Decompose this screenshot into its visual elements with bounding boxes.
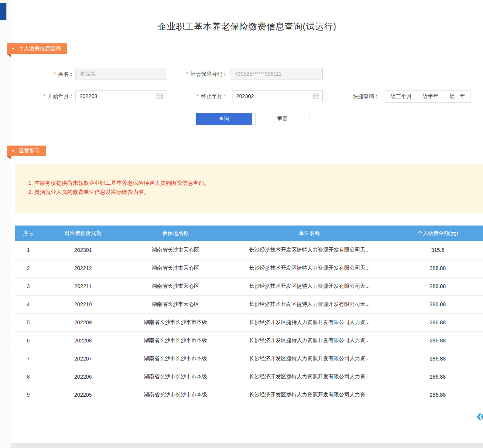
table-cell: 202212 [42, 259, 125, 277]
table-cell: 5 [15, 313, 42, 331]
start-month-label: *开始年月： [33, 90, 74, 102]
reset-button[interactable]: 重置 [255, 113, 309, 125]
table-cell: 286.88 [392, 295, 483, 313]
table-row: 6202208湖南省长沙市长沙市市本级长沙经济开发区捷特人力资源开发有限公司人力… [15, 331, 483, 350]
table-cell: 8 [15, 368, 42, 386]
table-cell: 202207 [42, 350, 125, 368]
table-cell: 长沙经济开发区捷特人力资源开发有限公司人力资... [226, 313, 392, 331]
col-header-employer: 单位名称 [226, 226, 392, 241]
quick-query-group: 近三个月 近半年 近一年 [385, 90, 471, 103]
table-cell: 286.88 [392, 331, 483, 350]
table-cell: 286.88 [392, 350, 483, 368]
start-month-input[interactable] [75, 90, 166, 102]
table-cell: 湖南省长沙市天心区 [125, 277, 226, 295]
table-cell: 湖南省长沙市长沙市市本级 [125, 350, 226, 368]
table-cell: 湖南省长沙市长沙市市本级 [125, 386, 226, 404]
table-cell: 湖南省长沙市长沙市市本级 [125, 368, 226, 386]
col-header-index: 序号 [15, 226, 42, 241]
table-cell: 长沙经济开发区捷特人力资源开发有限公司人力资... [226, 386, 392, 404]
table-cell: 湖南省长沙市长沙市市本级 [125, 331, 226, 350]
table-cell: 湖南省长沙市长沙市市本级 [125, 313, 226, 331]
table-cell: 9 [15, 386, 42, 404]
col-header-region: 参保地名称 [125, 226, 226, 241]
table-cell: 2 [15, 259, 42, 277]
badge-bullet: • [12, 148, 14, 154]
table-header-row: 序号 对应费款所属期 参保地名称 单位名称 个人缴费金额(元) [15, 226, 483, 241]
table-cell: 286.88 [392, 259, 483, 277]
table-cell: 202205 [42, 386, 125, 404]
table-cell: 315.6 [392, 241, 483, 259]
col-header-amount: 个人缴费金额(元) [392, 226, 483, 241]
badge-label: 个人缴费信息查询 [19, 45, 61, 52]
side-tab[interactable] [0, 3, 6, 20]
table-cell: 长沙经济开发区捷特人力资源开发有限公司人力资... [226, 368, 392, 386]
name-label: *姓名： [33, 68, 74, 80]
table-cell: 286.88 [392, 277, 483, 295]
table-cell: 202301 [42, 241, 125, 259]
table-row: 9202205湖南省长沙市长沙市市本级长沙经济开发区捷特人力资源开发有限公司人力… [15, 386, 483, 404]
table-cell: 3 [15, 277, 42, 295]
table-cell: 7 [15, 350, 42, 368]
table-cell: 6 [15, 331, 42, 350]
required-mark: * [197, 93, 199, 99]
table-cell: 湖南省长沙市天心区 [125, 295, 226, 313]
section-badge-tips: • 温馨提示 [7, 146, 46, 156]
table-cell: 长沙经济技术开发区捷特人力资源开发有限公司天... [226, 277, 392, 295]
table-cell: 286.88 [392, 368, 483, 386]
table-row: 5202209湖南省长沙市长沙市市本级长沙经济开发区捷特人力资源开发有限公司人力… [15, 313, 483, 331]
query-button[interactable]: 查询 [196, 113, 252, 125]
section-badge-query: • 个人缴费信息查询 [7, 43, 67, 54]
table-cell: 长沙经济开发区捷特人力资源开发有限公司人力资... [226, 331, 392, 350]
tips-line: 1. 本服务仅提供尚未领取企业职工基本养老保险待遇人员的缴费信息查询。 [28, 178, 475, 187]
ssn-label: *社会保障号码： [162, 68, 228, 80]
table-cell: 202206 [42, 368, 125, 386]
table-cell: 202211 [42, 277, 125, 295]
quick-btn-3months[interactable]: 近三个月 [385, 90, 417, 103]
tips-notice-box: 1. 本服务仅提供尚未领取企业职工基本养老保险待遇人员的缴费信息查询。 2. 灵… [15, 164, 483, 213]
results-table: 序号 对应费款所属期 参保地名称 单位名称 个人缴费金额(元) 1202301湖… [15, 226, 483, 404]
table-cell: 1 [15, 241, 42, 259]
required-mark: * [54, 71, 56, 77]
quick-btn-halfyear[interactable]: 近半年 [417, 90, 444, 103]
table-cell: 286.88 [392, 313, 483, 331]
table-row: 1202301湖南省长沙市天心区长沙经济技术开发区捷特人力资源开发有限公司天..… [15, 241, 483, 259]
main-panel: 企业职工基本养老保险缴费信息查询(试运行) • 个人缴费信息查询 *姓名： *社… [11, 0, 483, 443]
badge-label: 温馨提示 [19, 147, 40, 154]
table-row: 8202206湖南省长沙市长沙市市本级长沙经济开发区捷特人力资源开发有限公司人力… [15, 368, 483, 386]
table-cell: 长沙经济开发区捷特人力资源开发有限公司人力资... [226, 350, 392, 368]
table-row: 7202207湖南省长沙市长沙市市本级长沙经济开发区捷特人力资源开发有限公司人力… [15, 350, 483, 368]
table-cell: 286.88 [392, 386, 483, 404]
badge-bullet: • [12, 46, 14, 52]
table-cell: 湖南省长沙市天心区 [125, 259, 226, 277]
collapse-chevron-left-icon[interactable]: « [477, 407, 483, 424]
table-cell: 湖南省长沙市天心区 [125, 241, 226, 259]
table-row: 2202212湖南省长沙市天心区长沙经济技术开发区捷特人力资源开发有限公司天..… [15, 259, 483, 277]
table-row: 3202211湖南省长沙市天心区长沙经济技术开发区捷特人力资源开发有限公司天..… [15, 277, 483, 295]
table-cell: 202209 [42, 313, 125, 331]
name-input[interactable] [75, 68, 166, 80]
tips-line: 2. 灵活就业人员的缴费单位信息以实际缴费为准。 [28, 187, 475, 196]
left-gutter [0, 0, 11, 448]
table-body: 1202301湖南省长沙市天心区长沙经济技术开发区捷特人力资源开发有限公司天..… [15, 241, 483, 404]
table-cell: 长沙经济技术开发区捷特人力资源开发有限公司天... [226, 295, 392, 313]
quick-query-label: 快捷查询： [353, 90, 379, 103]
table-cell: 4 [15, 295, 42, 313]
end-month-label: *终止年月： [174, 90, 228, 102]
table-cell: 202210 [42, 295, 125, 313]
end-month-input[interactable] [232, 90, 323, 102]
col-header-period: 对应费款所属期 [42, 226, 125, 241]
page-title: 企业职工基本养老保险缴费信息查询(试运行) [11, 21, 483, 32]
required-mark: * [186, 71, 188, 77]
table-cell: 长沙经济技术开发区捷特人力资源开发有限公司天... [226, 259, 392, 277]
table-row: 4202210湖南省长沙市天心区长沙经济技术开发区捷特人力资源开发有限公司天..… [15, 295, 483, 313]
table-cell: 长沙经济技术开发区捷特人力资源开发有限公司天... [226, 241, 392, 259]
results-table-wrap: 序号 对应费款所属期 参保地名称 单位名称 个人缴费金额(元) 1202301湖… [15, 226, 483, 404]
page: 企业职工基本养老保险缴费信息查询(试运行) • 个人缴费信息查询 *姓名： *社… [0, 0, 483, 448]
table-cell: 202208 [42, 331, 125, 350]
required-mark: * [43, 93, 45, 99]
quick-btn-oneyear[interactable]: 近一年 [444, 90, 471, 103]
ssn-input[interactable] [231, 68, 323, 80]
